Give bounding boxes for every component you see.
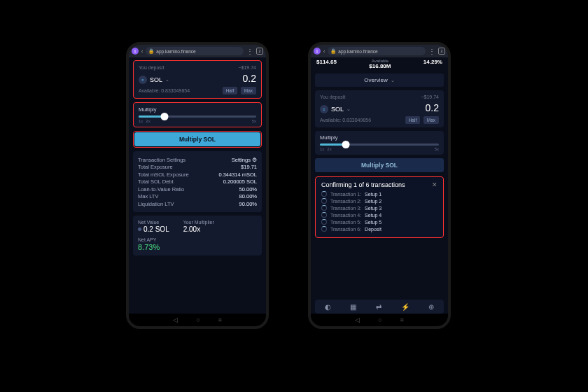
- sol-icon: ≡: [139, 76, 147, 84]
- token-selector[interactable]: ≡ SOL ⌄: [320, 105, 351, 113]
- sol-icon: ≡: [320, 105, 328, 113]
- tx-label: Transaction 2:: [330, 199, 361, 204]
- tab-count[interactable]: 2: [256, 48, 263, 55]
- android-nav: ◁ ○ ≡: [129, 314, 266, 326]
- half-button[interactable]: Half: [223, 87, 238, 94]
- nav-home-icon[interactable]: ○: [196, 316, 200, 323]
- tx-label: Transaction 4:: [330, 213, 361, 218]
- settings-link[interactable]: Settings ⚙: [232, 157, 257, 163]
- deposit-card: You deposit ~$19.74 ≡ SOL ⌄ 0.2 Availabl…: [133, 60, 262, 99]
- tab-count[interactable]: 2: [438, 48, 445, 55]
- tx-row: Transaction 3: Setup 3: [321, 205, 438, 211]
- stat-label: Loan-to-Value Ratio: [138, 186, 184, 192]
- close-icon[interactable]: ✕: [432, 181, 438, 188]
- tx-name: Setup 3: [365, 206, 382, 211]
- url-text: app.kamino.finance: [338, 49, 377, 54]
- available-label: Available:: [139, 88, 160, 93]
- kebab-menu-icon[interactable]: ⋮: [428, 48, 435, 55]
- lock-icon: 🔒: [330, 48, 336, 54]
- url-bar[interactable]: 🔒 app.kamino.finance: [146, 47, 244, 55]
- spinner-icon: [321, 198, 327, 204]
- tx-label: Transaction 6:: [330, 227, 361, 232]
- nav-home-icon[interactable]: ○: [378, 316, 382, 323]
- spinner-icon: [321, 205, 327, 211]
- slider-tick-1x: 1x: [139, 119, 143, 123]
- spinner-icon: [321, 212, 327, 218]
- back-icon[interactable]: ‹: [141, 49, 143, 54]
- spinner-icon: [321, 226, 327, 232]
- tx-label: Transaction 5:: [330, 220, 361, 225]
- profile-icon[interactable]: 1: [132, 48, 139, 55]
- deposit-amount[interactable]: 0.2: [426, 102, 439, 113]
- net-value-label: Net Value: [138, 220, 169, 225]
- slider-tick-1x: 1x: [320, 147, 324, 151]
- stats-card: Transaction Settings Settings ⚙ Total Ex…: [133, 151, 262, 212]
- slider-thumb[interactable]: [160, 113, 168, 120]
- tx-row: Transaction 2: Setup 2: [321, 198, 438, 204]
- metric-3: 14.29%: [424, 59, 442, 65]
- stat-label: Liquidation LTV: [138, 201, 174, 207]
- stat-value: $19.71: [241, 164, 257, 170]
- nav-back-icon[interactable]: ◁: [173, 316, 178, 323]
- stat-label: Max LTV: [138, 193, 158, 200]
- slider-thumb[interactable]: [342, 141, 350, 148]
- multiply-label: Multiply: [320, 134, 439, 141]
- tx-name: Setup 4: [365, 213, 382, 218]
- metric-2: $16.80M: [369, 63, 391, 69]
- deposit-label: You deposit: [139, 65, 164, 70]
- kebab-menu-icon[interactable]: ⋮: [246, 48, 253, 55]
- deposit-usd: ~$19.74: [239, 65, 257, 70]
- multiply-sol-button[interactable]: Multiply SOL: [315, 158, 444, 172]
- multiply-card: Multiply 1x 2x 5x: [315, 131, 444, 155]
- nav-bolt-icon[interactable]: ⚡: [401, 303, 410, 311]
- url-text: app.kamino.finance: [156, 49, 195, 54]
- tx-name: Deposit: [365, 227, 382, 232]
- deposit-amount[interactable]: 0.2: [243, 73, 256, 84]
- stat-value: 0.344314 mSOL: [218, 172, 257, 178]
- tx-name: Setup 5: [365, 220, 382, 225]
- multiply-slider[interactable]: [139, 115, 256, 118]
- nav-recent-icon[interactable]: ≡: [400, 316, 404, 323]
- tx-name: Setup 2: [365, 199, 382, 204]
- url-bar[interactable]: 🔒 app.kamino.finance: [328, 47, 426, 55]
- nav-back-icon[interactable]: ◁: [355, 316, 360, 323]
- tx-name: Setup 1: [365, 192, 382, 197]
- nav-globe-icon[interactable]: ⊕: [428, 303, 434, 311]
- back-icon[interactable]: ‹: [323, 49, 325, 54]
- chevron-down-icon: ⌄: [346, 106, 351, 112]
- half-button[interactable]: Half: [405, 116, 421, 124]
- multiply-label: Multiply: [139, 106, 256, 113]
- tx-row: Transaction 5: Setup 5: [321, 219, 438, 225]
- dot-icon: [138, 227, 141, 231]
- stat-label: Total Exposure: [138, 164, 173, 170]
- stat-label: Total mSOL Exposure: [138, 172, 189, 178]
- overview-dropdown[interactable]: Overview ⌄: [315, 74, 444, 87]
- stat-value: 50.00%: [239, 186, 257, 192]
- phone-left: 1 ‹ 🔒 app.kamino.finance ⋮ 2 You deposit…: [126, 42, 269, 329]
- stat-label: Total SOL Debt: [138, 178, 174, 185]
- multiply-slider[interactable]: [320, 144, 439, 146]
- browser-bar: 1 ‹ 🔒 app.kamino.finance ⋮ 2: [129, 45, 266, 57]
- nav-coin-icon[interactable]: ◐: [325, 303, 331, 311]
- nav-grid-icon[interactable]: ▦: [350, 303, 356, 311]
- token-symbol: SOL: [150, 76, 162, 83]
- deposit-label: You deposit: [320, 94, 345, 99]
- max-button[interactable]: Max: [241, 87, 256, 94]
- bottom-nav: ◐ ▦ ⇄ ⚡ ⊕: [315, 300, 444, 314]
- multiply-sol-button[interactable]: Multiply SOL: [134, 132, 260, 146]
- nav-recent-icon[interactable]: ≡: [218, 316, 222, 323]
- tx-settings-label: Transaction Settings: [138, 157, 186, 163]
- confirm-title: Confirming 1 of 6 transactions: [321, 181, 405, 188]
- gear-icon: ⚙: [252, 157, 257, 163]
- token-selector[interactable]: ≡ SOL ⌄: [139, 76, 169, 84]
- max-button[interactable]: Max: [424, 116, 439, 124]
- profile-icon[interactable]: 1: [314, 48, 321, 55]
- slider-tick-max: 5x: [435, 147, 439, 151]
- tx-row: Transaction 6: Deposit: [321, 226, 438, 232]
- available-value: 0.833049856: [342, 118, 371, 122]
- token-symbol: SOL: [331, 106, 344, 113]
- nav-swap-icon[interactable]: ⇄: [376, 303, 382, 311]
- spinner-icon: [321, 191, 327, 197]
- tx-row: Transaction 1: Setup 1: [321, 191, 438, 197]
- multiply-card: Multiply 1x 2x 5x: [133, 102, 262, 127]
